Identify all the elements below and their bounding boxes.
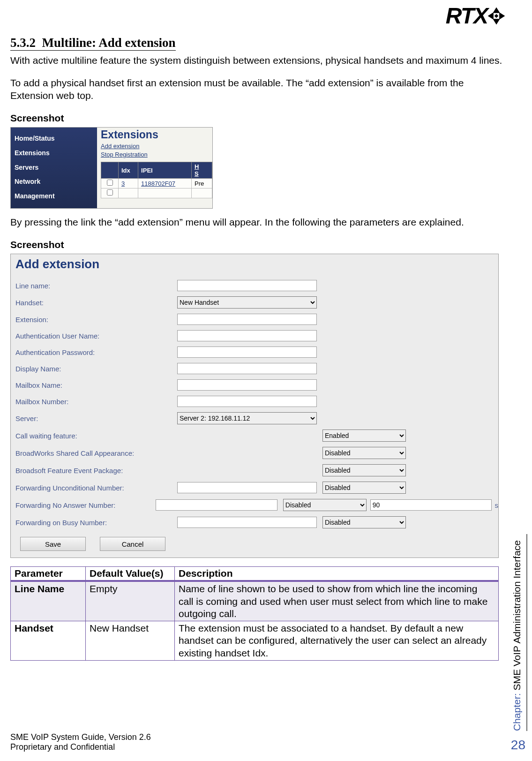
svg-marker-2: [493, 7, 500, 13]
label-auth-user: Authentication User Name:: [15, 332, 177, 340]
footer: SME VoIP System Guide, Version 2.6 Propr…: [10, 732, 151, 753]
label-auth-pass: Authentication Password:: [15, 348, 177, 356]
svg-rect-4: [495, 14, 499, 18]
intro-para-1: With active multiline feature the system…: [10, 54, 507, 67]
logo-text: RTX: [446, 3, 487, 29]
label-mailbox-number: Mailbox Number:: [15, 398, 177, 406]
label-bs-fep: Broadsoft Feature Event Package:: [15, 467, 177, 475]
footer-line-2: Proprietary and Confidential: [10, 742, 151, 753]
call-waiting-select[interactable]: Enabled: [322, 429, 406, 442]
label-fwd-noanswer: Forwarding No Answer Number:: [15, 501, 156, 509]
cell-default: New Handset: [86, 621, 175, 661]
screenshot-label-1: Screenshot: [10, 112, 507, 124]
svg-marker-1: [499, 12, 505, 19]
parameter-table: Parameter Default Value(s) Description L…: [10, 566, 499, 661]
extension-input[interactable]: [177, 314, 317, 325]
intro-para-2: To add a physical handset first an exten…: [10, 77, 507, 102]
cell-desc: The extension must be associated to a ha…: [175, 621, 499, 661]
col-checkbox: [101, 162, 119, 179]
label-extension: Extension:: [15, 316, 177, 324]
line-name-input[interactable]: [177, 280, 317, 291]
cell-param: Handset: [11, 621, 86, 661]
label-server: Server:: [15, 414, 177, 422]
page-number: 28: [511, 738, 525, 753]
col-hs: HS: [191, 162, 212, 179]
bs-fep-select[interactable]: Disabled: [322, 464, 406, 476]
section-heading: 5.3.2 Multiline: Add extension: [10, 0, 176, 51]
chapter-side-tab: Chapter: SME VoIP Administration Interfa…: [511, 534, 527, 731]
form-title: Add extension: [15, 257, 498, 271]
table-row: Handset New Handset The extension must b…: [11, 621, 499, 661]
fwd-busy-select[interactable]: Disabled: [322, 516, 406, 528]
extensions-title: Extensions: [101, 128, 212, 141]
footer-line-1: SME VoIP System Guide, Version 2.6: [10, 732, 151, 743]
extensions-list-screenshot: Home/Status Extensions Servers Network M…: [10, 127, 213, 209]
logo-x-icon: [486, 5, 507, 27]
auth-user-input[interactable]: [177, 330, 317, 341]
svg-marker-0: [488, 12, 494, 19]
row-checkbox[interactable]: [107, 180, 113, 186]
handset-select[interactable]: New Handset: [177, 296, 317, 309]
fwd-uncond-input[interactable]: [177, 482, 317, 493]
rtx-logo: RTX: [446, 3, 507, 29]
row-state: Pre: [191, 179, 212, 188]
side-nav: Home/Status Extensions Servers Network M…: [11, 128, 97, 208]
nav-management[interactable]: Management: [15, 189, 97, 203]
row-idx[interactable]: 3: [119, 179, 138, 188]
seconds-label: s: [495, 501, 498, 509]
table-row: Line Name Empty Name of line shown to be…: [11, 581, 499, 621]
screenshot-label-2: Screenshot: [10, 239, 507, 251]
label-bw-sca: BroadWorks Shared Call Appearance:: [15, 449, 177, 457]
stop-registration-link[interactable]: Stop Registration: [101, 151, 212, 159]
label-display-name: Display Name:: [15, 365, 177, 373]
table-row: [101, 188, 212, 198]
mailbox-number-input[interactable]: [177, 396, 317, 407]
col-idx: Idx: [119, 162, 138, 179]
label-fwd-uncond: Forwarding Unconditional Number:: [15, 484, 177, 492]
nav-extensions[interactable]: Extensions: [15, 146, 97, 160]
cancel-button[interactable]: Cancel: [100, 537, 165, 551]
add-extension-link[interactable]: Add extension: [101, 142, 212, 151]
mailbox-name-input[interactable]: [177, 379, 317, 391]
fwd-noanswer-seconds[interactable]: [370, 499, 492, 511]
th-default: Default Value(s): [86, 567, 175, 581]
row-ipei[interactable]: 1188702F07: [138, 179, 192, 188]
nav-network[interactable]: Network: [15, 174, 97, 189]
fwd-noanswer-input[interactable]: [156, 499, 277, 511]
display-name-input[interactable]: [177, 363, 317, 374]
cell-default: Empty: [86, 581, 175, 621]
label-handset: Handset:: [15, 299, 177, 307]
para-3: By pressing the link the “add extension”…: [10, 216, 507, 228]
svg-marker-3: [493, 19, 500, 24]
server-select[interactable]: Server 2: 192.168.11.12: [177, 412, 317, 424]
extensions-table: Idx IPEI HS 3 1188702F07 Pre: [101, 162, 212, 198]
th-parameter: Parameter: [11, 567, 86, 581]
label-line-name: Line name:: [15, 282, 177, 290]
fwd-noanswer-select[interactable]: Disabled: [283, 499, 367, 511]
fwd-uncond-select[interactable]: Disabled: [322, 482, 406, 494]
nav-servers[interactable]: Servers: [15, 160, 97, 175]
th-description: Description: [175, 567, 499, 581]
col-ipei: IPEI: [138, 162, 192, 179]
auth-pass-input[interactable]: [177, 347, 317, 358]
cell-desc: Name of line shown to be used to show fr…: [175, 581, 499, 621]
nav-home[interactable]: Home/Status: [15, 131, 97, 146]
row-checkbox[interactable]: [107, 189, 113, 196]
label-mailbox-name: Mailbox Name:: [15, 381, 177, 389]
table-row: 3 1188702F07 Pre: [101, 179, 212, 188]
cell-param: Line Name: [11, 581, 86, 621]
fwd-busy-input[interactable]: [177, 517, 317, 528]
bw-sca-select[interactable]: Disabled: [322, 447, 406, 459]
label-fwd-busy: Forwarding on Busy Number:: [15, 519, 177, 527]
save-button[interactable]: Save: [20, 537, 86, 551]
label-call-waiting: Call waiting feature:: [15, 432, 177, 440]
add-extension-form: Add extension Line name: Handset: New Ha…: [10, 254, 499, 558]
